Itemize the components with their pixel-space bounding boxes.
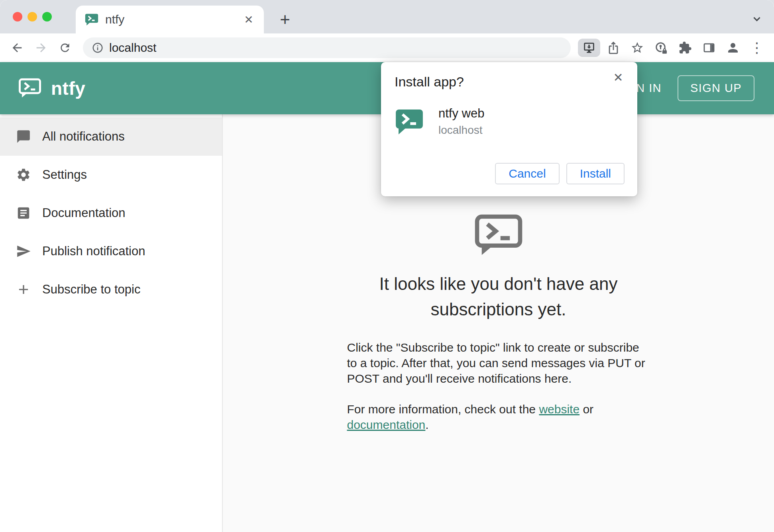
dialog-actions: Cancel Install <box>495 163 625 184</box>
ntfy-logo-icon <box>18 78 41 98</box>
install-button[interactable]: Install <box>566 163 625 184</box>
sidebar-item-all-notifications[interactable]: All notifications <box>0 117 222 156</box>
minimize-window-button[interactable] <box>28 12 37 22</box>
cancel-button[interactable]: Cancel <box>495 163 559 184</box>
profile-avatar-button[interactable] <box>722 37 744 59</box>
sidebar-item-subscribe-to-topic[interactable]: Subscribe to topic <box>0 270 222 309</box>
back-button[interactable] <box>6 37 28 59</box>
new-tab-button[interactable]: + <box>276 10 294 29</box>
sidebar: All notifications Settings Documentation… <box>0 114 223 532</box>
browser-menu-button[interactable]: ⋮ <box>746 37 768 59</box>
sidebar-item-label: Documentation <box>42 206 126 220</box>
tab-title: ntfy <box>105 13 234 26</box>
dialog-app-name: ntfy web <box>438 106 484 121</box>
gear-icon <box>16 167 31 182</box>
share-button[interactable] <box>603 37 624 59</box>
empty-state: It looks like you don't have any subscri… <box>347 214 650 432</box>
paragraph-text: For more information, check out the <box>347 403 539 416</box>
browser-window: ntfy ✕ + localhost <box>0 0 774 532</box>
bookmark-star-button[interactable] <box>627 37 648 59</box>
address-bar[interactable]: localhost <box>83 37 571 58</box>
sidebar-item-settings[interactable]: Settings <box>0 156 222 194</box>
plus-icon <box>16 282 31 297</box>
ntfy-favicon-icon <box>84 12 99 27</box>
install-app-button[interactable] <box>578 39 600 57</box>
dialog-close-icon[interactable]: ✕ <box>609 68 627 86</box>
zoom-window-button[interactable] <box>42 12 52 22</box>
close-window-button[interactable] <box>13 12 22 22</box>
chat-icon <box>16 129 31 144</box>
paragraph-text: . <box>425 418 428 431</box>
reload-button[interactable] <box>54 37 76 59</box>
install-app-dialog: Install app? ✕ ntfy web localhost Cancel… <box>381 62 637 196</box>
send-icon <box>16 244 31 259</box>
empty-state-heading: It looks like you don't have any subscri… <box>347 271 650 322</box>
extensions-puzzle-icon[interactable] <box>674 37 696 59</box>
ntfy-app-icon <box>395 107 424 136</box>
site-info-icon[interactable] <box>92 42 104 54</box>
sidebar-item-label: Subscribe to topic <box>42 282 140 297</box>
side-panel-button[interactable] <box>698 37 720 59</box>
three-dots-icon: ⋮ <box>750 39 764 56</box>
sidebar-item-label: Settings <box>42 168 87 182</box>
browser-toolbar: localhost <box>0 33 774 62</box>
sidebar-item-label: All notifications <box>42 129 125 144</box>
empty-state-paragraph-2: For more information, check out the webs… <box>347 401 650 432</box>
tab-search-chevron-icon[interactable] <box>750 12 764 25</box>
paragraph-text: or <box>580 403 593 416</box>
browser-tab[interactable]: ntfy ✕ <box>76 6 264 33</box>
tab-strip: ntfy ✕ + <box>0 0 774 33</box>
empty-state-paragraph: Click the "Subscribe to topic" link to c… <box>347 340 650 386</box>
documentation-link[interactable]: documentation <box>347 418 426 431</box>
close-tab-icon[interactable]: ✕ <box>241 12 257 27</box>
brand-name: ntfy <box>51 78 85 99</box>
website-link[interactable]: website <box>539 403 580 416</box>
dialog-app-row: ntfy web localhost <box>395 106 624 137</box>
sign-up-button[interactable]: SIGN UP <box>678 75 754 101</box>
forward-button[interactable] <box>30 37 52 59</box>
sidebar-item-publish-notification[interactable]: Publish notification <box>0 232 222 270</box>
sidebar-item-label: Publish notification <box>42 244 145 258</box>
password-manager-icon[interactable] <box>650 37 672 59</box>
sidebar-item-documentation[interactable]: Documentation <box>0 194 222 232</box>
dialog-app-origin: localhost <box>438 124 484 137</box>
url-text: localhost <box>109 41 156 55</box>
ntfy-logo-outline-icon <box>347 214 650 257</box>
article-icon <box>16 205 31 221</box>
window-controls <box>13 12 52 22</box>
dialog-title: Install app? <box>395 74 624 90</box>
